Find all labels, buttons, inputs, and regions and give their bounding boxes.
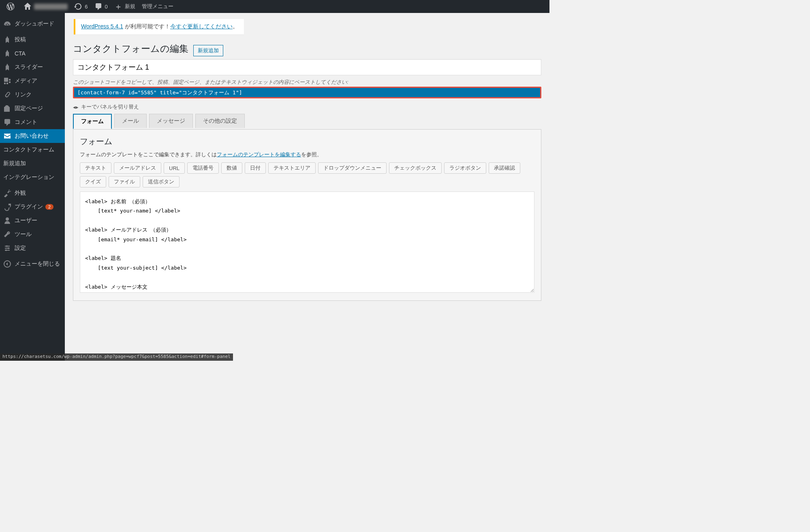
- sidebar-label: CTA: [15, 50, 26, 57]
- template-help-link[interactable]: フォームのテンプレートを編集する: [217, 151, 301, 157]
- svg-point-1: [8, 247, 9, 249]
- tag-btn-file[interactable]: ファイル: [109, 176, 140, 187]
- sidebar-item-pages[interactable]: 固定ページ: [0, 102, 65, 115]
- tag-btn-checkbox[interactable]: チェックボックス: [389, 162, 442, 174]
- shortcode-description: このショートコードをコピーして、投稿、固定ページ、またはテキストウィジェットの内…: [73, 79, 541, 86]
- svg-point-2: [5, 249, 7, 251]
- tag-btn-textarea[interactable]: テキストエリア: [268, 162, 316, 174]
- svg-point-0: [6, 245, 8, 247]
- tab-mail[interactable]: メール: [114, 114, 147, 128]
- submenu-label: コンタクトフォーム: [3, 146, 54, 153]
- arrows-icon: ◂▸: [73, 104, 79, 110]
- sidebar-label: 投稿: [15, 36, 26, 43]
- sidebar-item-dashboard[interactable]: ダッシュボード: [0, 17, 65, 31]
- sidebar-item-users[interactable]: ユーザー: [0, 214, 65, 228]
- update-now-link[interactable]: 今すぐ更新してください: [170, 23, 233, 30]
- keyboard-hint: ◂▸ キーでパネルを切り替え: [73, 103, 541, 111]
- tag-btn-url[interactable]: URL: [164, 162, 185, 174]
- submenu-integration[interactable]: インテグレーション: [0, 170, 65, 184]
- admin-toolbar: XXXXX 6 0 ＋新規 管理メニュー: [0, 0, 549, 13]
- plugin-update-badge: 2: [45, 204, 53, 210]
- editor-tabs: フォーム メール メッセージ その他の設定: [73, 114, 541, 130]
- wp-logo[interactable]: [3, 0, 20, 13]
- sidebar-item-contact[interactable]: お問い合わせ: [0, 129, 65, 143]
- updates-link[interactable]: 6: [71, 0, 91, 13]
- tab-form[interactable]: フォーム: [73, 114, 112, 129]
- admin-sidebar: ダッシュボード 投稿 CTA スライダー メディア リンク 固定ページ コメント…: [0, 13, 65, 361]
- sidebar-item-tools[interactable]: ツール: [0, 228, 65, 241]
- tab-panel-form: フォーム フォームのテンプレートをここで編集できます。詳しくはフォームのテンプレ…: [73, 129, 541, 301]
- status-bar: https://charasetsu.com/wp-admin/admin.ph…: [0, 353, 233, 361]
- sidebar-label: メニューを閉じる: [15, 260, 60, 268]
- sidebar-item-settings[interactable]: 設定: [0, 241, 65, 255]
- page-title: コンタクトフォームの編集: [73, 43, 188, 55]
- submenu-label: 新規追加: [3, 160, 26, 167]
- tag-btn-number[interactable]: 数値: [221, 162, 242, 174]
- sidebar-label: スライダー: [15, 64, 43, 71]
- sidebar-item-comments[interactable]: コメント: [0, 115, 65, 129]
- sidebar-item-posts[interactable]: 投稿: [0, 33, 65, 47]
- sidebar-label: 固定ページ: [15, 105, 43, 112]
- form-template-textarea[interactable]: [80, 192, 534, 293]
- tab-messages[interactable]: メッセージ: [149, 114, 193, 128]
- tag-btn-radio[interactable]: ラジオボタン: [444, 162, 486, 174]
- update-nag: WordPress 5.4.1 が利用可能です！今すぐ更新してください。: [74, 19, 244, 34]
- sidebar-item-plugins[interactable]: プラグイン2: [0, 200, 65, 214]
- sidebar-item-appearance[interactable]: 外観: [0, 186, 65, 200]
- tag-btn-acceptance[interactable]: 承諾確認: [489, 162, 520, 174]
- sidebar-item-slider[interactable]: スライダー: [0, 60, 65, 74]
- sidebar-label: プラグイン: [15, 203, 43, 211]
- sidebar-label: ツール: [15, 231, 32, 238]
- new-content[interactable]: ＋新規: [111, 0, 139, 13]
- wp-version-link[interactable]: WordPress 5.4.1: [81, 23, 123, 30]
- sidebar-label: 外観: [15, 189, 26, 197]
- tag-btn-submit[interactable]: 送信ボタン: [143, 176, 180, 187]
- sidebar-label: コメント: [15, 119, 37, 126]
- add-new-button[interactable]: 新規追加: [193, 45, 223, 56]
- main-content: WordPress 5.4.1 が利用可能です！今すぐ更新してください。 コンタ…: [65, 13, 549, 361]
- tag-generator-buttons: テキスト メールアドレス URL 電話番号 数値 日付 テキストエリア ドロップ…: [80, 162, 534, 187]
- tag-btn-date[interactable]: 日付: [245, 162, 266, 174]
- sidebar-label: お問い合わせ: [15, 132, 49, 140]
- submenu-label: インテグレーション: [3, 174, 54, 181]
- site-name: XXXXX: [34, 4, 68, 10]
- tag-btn-text[interactable]: テキスト: [80, 162, 111, 174]
- panel-heading: フォーム: [80, 136, 534, 147]
- submenu-add-new[interactable]: 新規追加: [0, 157, 65, 170]
- sidebar-item-cta[interactable]: CTA: [0, 47, 65, 60]
- form-title-input[interactable]: [73, 59, 541, 75]
- shortcode-highlight: [73, 87, 541, 98]
- sidebar-collapse[interactable]: メニューを閉じる: [0, 257, 65, 271]
- sidebar-label: メディア: [15, 77, 37, 85]
- tag-btn-quiz[interactable]: クイズ: [80, 176, 106, 187]
- submenu-contact-forms[interactable]: コンタクトフォーム: [0, 143, 65, 157]
- tag-btn-select[interactable]: ドロップダウンメニュー: [318, 162, 387, 174]
- tag-btn-email[interactable]: メールアドレス: [114, 162, 161, 174]
- tag-btn-tel[interactable]: 電話番号: [187, 162, 219, 174]
- tab-additional[interactable]: その他の設定: [195, 114, 245, 128]
- site-home[interactable]: XXXXX: [20, 0, 71, 13]
- sidebar-label: ダッシュボード: [15, 20, 54, 28]
- shortcode-input[interactable]: [74, 88, 540, 97]
- panel-description: フォームのテンプレートをここで編集できます。詳しくはフォームのテンプレートを編集…: [80, 151, 534, 158]
- sidebar-label: 設定: [15, 245, 26, 252]
- sidebar-item-links[interactable]: リンク: [0, 88, 65, 102]
- sidebar-item-media[interactable]: メディア: [0, 74, 65, 88]
- sidebar-label: リンク: [15, 91, 32, 98]
- sidebar-label: ユーザー: [15, 217, 37, 224]
- comments-link[interactable]: 0: [91, 0, 111, 13]
- admin-menu-link[interactable]: 管理メニュー: [139, 0, 177, 13]
